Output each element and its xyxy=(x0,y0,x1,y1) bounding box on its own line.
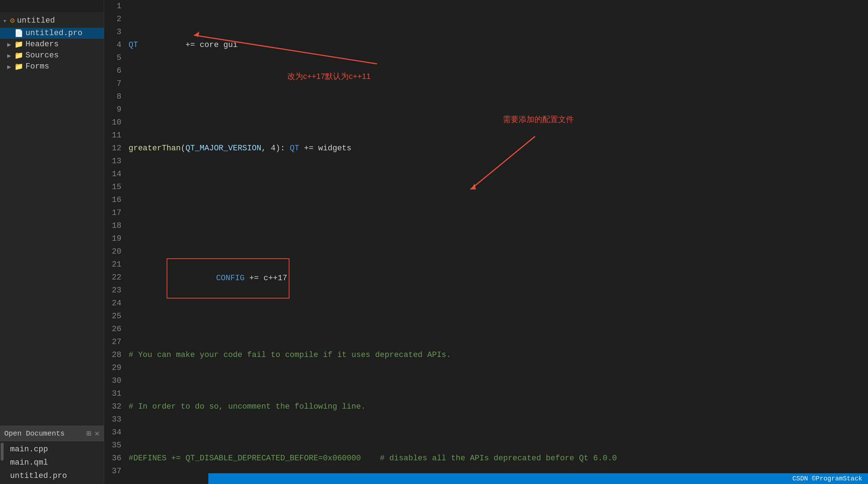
code-editor[interactable]: QT += core gui greaterThan(QT_MAJOR_VERS… xyxy=(126,0,868,484)
svg-marker-1 xyxy=(194,32,199,37)
sources-arrow: ▶ xyxy=(7,52,14,60)
status-text: CSDN ©ProgramStack xyxy=(793,475,862,482)
code-line-4 xyxy=(129,194,868,207)
pro-file-icon: 📄 xyxy=(14,29,23,38)
sidebar-item-forms[interactable]: ▶ 📁 Forms xyxy=(0,61,104,72)
doc-item-main-qml[interactable]: main.qml xyxy=(4,456,104,469)
headers-folder-icon: 📁 xyxy=(14,40,23,49)
expand-arrow: ▾ xyxy=(3,17,10,25)
project-icon: ⚙ xyxy=(10,16,15,25)
forms-label: Forms xyxy=(25,62,49,71)
split-editor-icon[interactable]: ⊞ xyxy=(87,429,91,438)
close-all-icon[interactable]: ✕ xyxy=(95,429,99,438)
headers-arrow: ▶ xyxy=(7,41,14,48)
open-docs-icons: ⊞ ✕ xyxy=(87,429,100,438)
code-line-1: QT += core gui xyxy=(129,39,868,52)
forms-arrow: ▶ xyxy=(7,63,14,71)
code-line-7: # You can make your code fail to compile… xyxy=(129,349,868,362)
code-container: 1 2 3 4 5 6 7 8 9 10 11 12 13 14 15 16 1… xyxy=(104,0,868,484)
open-docs-title: Open Documents xyxy=(4,429,65,438)
sidebar-item-untitled-pro[interactable]: 📄 untitled.pro xyxy=(0,28,104,39)
forms-folder-icon: 📁 xyxy=(14,62,23,71)
sidebar-title xyxy=(0,0,104,12)
svg-marker-3 xyxy=(470,184,476,189)
sources-folder-icon: 📁 xyxy=(14,51,23,60)
project-name: untitled xyxy=(17,16,55,25)
code-line-9: #DEFINES += QT_DISABLE_DEPRECATED_BEFORE… xyxy=(129,452,868,465)
sidebar-item-sources[interactable]: ▶ 📁 Sources xyxy=(0,50,104,61)
doc-item-untitled-pro[interactable]: untitled.pro xyxy=(4,469,104,483)
editor-area: 1 2 3 4 5 6 7 8 9 10 11 12 13 14 15 16 1… xyxy=(104,0,868,484)
open-docs-header: Open Documents ⊞ ✕ xyxy=(0,426,104,441)
code-line-6 xyxy=(129,297,868,310)
open-docs-list: main.cpp main.qml untitled.pro xyxy=(4,441,104,484)
code-line-5: CONFIG += c++17 xyxy=(129,245,868,258)
code-line-2 xyxy=(129,90,868,103)
file-tree: ▾ ⚙ untitled 📄 untitled.pro ▶ 📁 Headers … xyxy=(0,12,104,426)
code-line-3: greaterThan(QT_MAJOR_VERSION, 4): QT += … xyxy=(129,142,868,155)
annotation-text-config: 需要添加的配置文件 xyxy=(503,113,574,126)
headers-label: Headers xyxy=(25,40,59,49)
sidebar: ▾ ⚙ untitled 📄 untitled.pro ▶ 📁 Headers … xyxy=(0,0,104,484)
annotation-text-cpp17: 改为c++17默认为c++11 xyxy=(287,70,371,83)
project-root[interactable]: ▾ ⚙ untitled xyxy=(0,14,104,28)
doc-item-main-cpp[interactable]: main.cpp xyxy=(4,443,104,456)
status-bar: CSDN ©ProgramStack xyxy=(208,473,868,484)
sources-label: Sources xyxy=(25,51,59,60)
code-line-8: # In order to do so, uncomment the follo… xyxy=(129,400,868,413)
open-documents-section: Open Documents ⊞ ✕ main.cpp main.qml unt… xyxy=(0,426,104,484)
sidebar-item-headers[interactable]: ▶ 📁 Headers xyxy=(0,39,104,50)
pro-file-label: untitled.pro xyxy=(25,29,82,38)
line-numbers: 1 2 3 4 5 6 7 8 9 10 11 12 13 14 15 16 1… xyxy=(104,0,126,484)
